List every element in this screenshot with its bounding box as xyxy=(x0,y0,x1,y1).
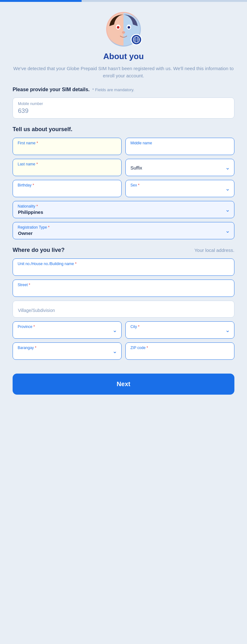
city-field: City * ⌄ xyxy=(125,321,234,339)
svg-point-2 xyxy=(117,26,119,29)
province-field: Province * ⌄ xyxy=(13,321,122,339)
street-input[interactable] xyxy=(13,280,234,297)
local-address-text: Your local address. xyxy=(194,247,234,253)
mobile-number-label: Mobile number xyxy=(18,102,229,106)
street-field: Street * xyxy=(13,280,234,297)
personal-section-heading: Tell us about yourself. xyxy=(13,126,234,133)
registration-type-row: Registration Type * Owner Representative… xyxy=(13,222,234,239)
nationality-select[interactable]: Philippines Others xyxy=(13,201,234,218)
unit-input[interactable] xyxy=(13,258,234,276)
suffix-field: Jr. Sr. II III Suffix ⌄ xyxy=(125,159,234,176)
unit-row: Unit no./House no./Building name * xyxy=(13,258,234,276)
sim-section-label: Please provide your SIM details. * Field… xyxy=(13,87,234,92)
nationality-field: Nationality * Philippines Others ⌄ xyxy=(13,201,234,218)
sex-field: Sex * Male Female Other ⌄ xyxy=(125,180,234,197)
avatar-container xyxy=(13,12,234,47)
name-row-1: First name * Middle name xyxy=(13,138,234,155)
first-name-field: First name * xyxy=(13,138,122,155)
zip-field: ZIP code * xyxy=(125,342,234,360)
sex-select[interactable]: Male Female Other xyxy=(125,180,234,197)
address-header: Where do you live? Your local address. xyxy=(13,247,234,253)
last-name-field: Last name * xyxy=(13,159,122,176)
registration-type-select[interactable]: Owner Representative xyxy=(13,222,234,239)
suffix-select[interactable]: Jr. Sr. II III xyxy=(125,159,234,176)
unit-field: Unit no./House no./Building name * xyxy=(13,258,234,276)
mobile-number-box: Mobile number 639 xyxy=(13,97,234,119)
village-label: Village/Subdivision xyxy=(18,308,229,313)
barangay-field: Barangay * ⌄ xyxy=(13,342,122,360)
birthday-input[interactable] xyxy=(13,180,122,197)
name-row-2: Last name * Jr. Sr. II III Suffix ⌄ xyxy=(13,159,234,176)
village-row: Village/Subdivision xyxy=(13,301,234,318)
zip-input[interactable] xyxy=(125,342,234,360)
birthday-field: Birthday * xyxy=(13,180,122,197)
mobile-number-value: 639 xyxy=(18,107,229,114)
bday-sex-row: Birthday * Sex * Male Female Other ⌄ xyxy=(13,180,234,197)
city-select[interactable] xyxy=(125,321,234,339)
globe-icon xyxy=(131,34,142,45)
province-select[interactable] xyxy=(13,321,122,339)
last-name-input[interactable] xyxy=(13,159,122,176)
address-section-heading: Where do you live? xyxy=(13,247,65,253)
next-button[interactable]: Next xyxy=(13,374,234,395)
province-city-row: Province * ⌄ City * ⌄ xyxy=(13,321,234,339)
first-name-input[interactable] xyxy=(13,138,122,155)
barangay-zip-row: Barangay * ⌄ ZIP code * xyxy=(13,342,234,360)
svg-point-4 xyxy=(128,26,130,29)
barangay-select[interactable] xyxy=(13,342,122,360)
middle-name-field: Middle name xyxy=(125,138,234,155)
registration-type-field: Registration Type * Owner Representative… xyxy=(13,222,234,239)
svg-point-5 xyxy=(122,31,125,34)
middle-name-input[interactable] xyxy=(125,138,234,155)
street-row: Street * xyxy=(13,280,234,297)
nationality-row: Nationality * Philippines Others ⌄ xyxy=(13,201,234,218)
page-subtitle: We've detected that your Globe Prepaid S… xyxy=(13,65,234,79)
page-title: About you xyxy=(13,52,234,61)
